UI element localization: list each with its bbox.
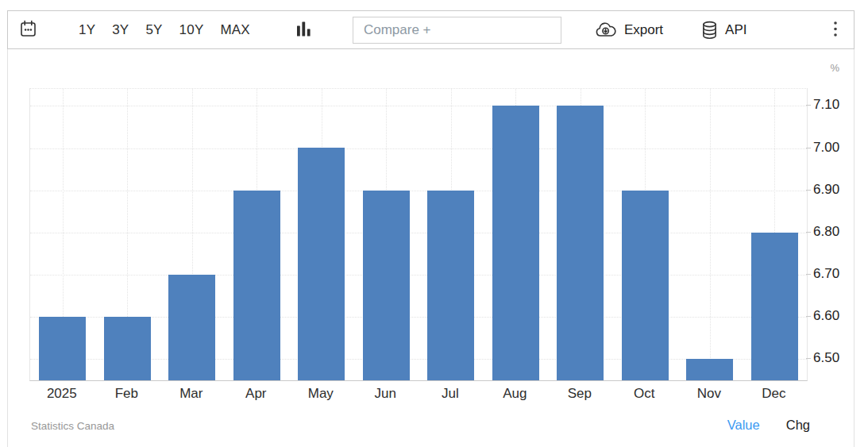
y-tick-label: 6.60 [813, 308, 839, 324]
kebab-menu-icon [833, 20, 838, 40]
range-1y-button[interactable]: 1Y [79, 22, 95, 38]
range-3y-button[interactable]: 3Y [112, 22, 129, 38]
export-button[interactable]: Export [595, 22, 663, 38]
y-tick-label: 6.50 [813, 350, 839, 366]
x-axis-label: Nov [697, 386, 721, 402]
bar-feb[interactable] [104, 317, 151, 380]
value-toggle[interactable]: Value [727, 418, 760, 433]
y-tick-label: 6.90 [813, 182, 839, 198]
x-axis-label: Apr [245, 386, 266, 402]
compare-input[interactable] [353, 17, 561, 44]
bar-2025[interactable] [39, 317, 86, 380]
gridline [30, 191, 807, 191]
api-label: API [725, 22, 746, 38]
bar-chart-icon [296, 20, 311, 40]
chart-type-button[interactable] [296, 20, 311, 40]
database-icon [701, 21, 718, 40]
gridline [30, 233, 807, 233]
x-axis-label: Sep [568, 386, 592, 402]
y-axis-unit: % [830, 62, 839, 74]
export-label: Export [624, 22, 663, 38]
y-tick-label: 7.00 [813, 140, 839, 156]
gridline [30, 275, 807, 276]
chart-card: % Statistics Canada Value Chg 7.107.006.… [7, 49, 854, 447]
bar-dec[interactable] [751, 233, 798, 380]
calendar-button[interactable] [19, 20, 37, 40]
x-axis-label: Jun [375, 386, 396, 402]
bar-may[interactable] [298, 148, 345, 380]
x-axis-label: 2025 [47, 386, 77, 402]
y-tick-label: 6.70 [813, 266, 839, 282]
bar-nov[interactable] [686, 359, 733, 380]
more-options-button[interactable] [833, 20, 838, 40]
api-button[interactable]: API [701, 21, 746, 40]
bar-apr[interactable] [233, 191, 280, 380]
x-axis-label: Aug [503, 386, 527, 402]
chg-toggle[interactable]: Chg [786, 418, 810, 433]
bar-mar[interactable] [168, 275, 215, 380]
x-axis-label: Jul [442, 386, 459, 402]
x-axis-label: Feb [115, 386, 138, 402]
bar-jun[interactable] [363, 191, 410, 380]
gridline [30, 106, 807, 106]
range-selector: 1Y 3Y 5Y 10Y MAX [79, 22, 250, 38]
gridline [710, 89, 711, 380]
y-tick-label: 7.10 [813, 97, 839, 113]
bar-jul[interactable] [427, 191, 474, 380]
source-label: Statistics Canada [31, 420, 114, 432]
series-toggles: Value Chg [727, 418, 810, 433]
x-axis-label: Dec [762, 386, 785, 402]
bar-sep[interactable] [557, 106, 604, 380]
bar-oct[interactable] [622, 191, 669, 380]
range-5y-button[interactable]: 5Y [145, 22, 162, 38]
calendar-icon [19, 20, 37, 40]
x-axis-label: May [308, 386, 334, 402]
range-10y-button[interactable]: 10Y [179, 22, 204, 38]
x-axis-label: Oct [634, 386, 654, 402]
x-axis-label: Mar [179, 386, 203, 402]
range-max-button[interactable]: MAX [220, 22, 249, 38]
plot-area[interactable] [29, 88, 808, 381]
cloud-download-icon [595, 22, 617, 38]
chart-toolbar: 1Y 3Y 5Y 10Y MAX Export [7, 10, 854, 49]
bar-aug[interactable] [492, 106, 539, 380]
gridline [30, 148, 807, 149]
y-tick-label: 6.80 [813, 224, 839, 240]
